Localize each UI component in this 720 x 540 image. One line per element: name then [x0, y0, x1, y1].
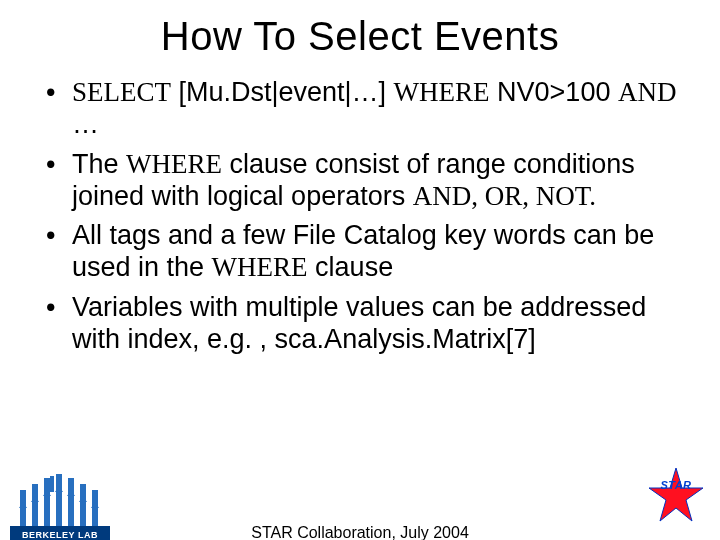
bullet-segment: AND	[618, 77, 677, 107]
bullet-list: SELECT [Mu.Dst|event|…] WHERE NV0>100 AN…	[0, 77, 720, 356]
bullet-segment: Variables with multiple values can be ad…	[72, 292, 646, 354]
star-logo: STAR	[646, 466, 706, 526]
slide: How To Select Events SELECT [Mu.Dst|even…	[0, 14, 720, 540]
bullet-item: Variables with multiple values can be ad…	[42, 292, 682, 356]
bullet-segment: NV0>100	[490, 77, 618, 107]
bullet-segment: The	[72, 149, 126, 179]
bullet-segment: WHERE	[212, 252, 308, 282]
lbl-building-icon	[18, 496, 102, 526]
bullet-item: All tags and a few File Catalog key word…	[42, 220, 682, 284]
bullet-segment: …	[72, 109, 99, 139]
bullet-segment: AND, OR, NOT.	[413, 181, 596, 211]
bullet-item: The WHERE clause consist of range condit…	[42, 149, 682, 213]
slide-title: How To Select Events	[0, 14, 720, 59]
bullet-segment: clause	[308, 252, 394, 282]
bullet-segment: WHERE	[394, 77, 490, 107]
svg-marker-0	[649, 468, 703, 521]
berkeley-lab-label: BERKELEY LAB	[10, 526, 110, 540]
bullet-item: SELECT [Mu.Dst|event|…] WHERE NV0>100 AN…	[42, 77, 682, 141]
star-label: STAR	[646, 479, 706, 491]
star-icon	[646, 466, 706, 526]
bullet-segment: SELECT	[72, 77, 171, 107]
berkeley-lab-logo: BERKELEY LAB	[10, 474, 110, 540]
bullet-segment: [Mu.Dst|event|…]	[171, 77, 394, 107]
bullet-segment: WHERE	[126, 149, 222, 179]
